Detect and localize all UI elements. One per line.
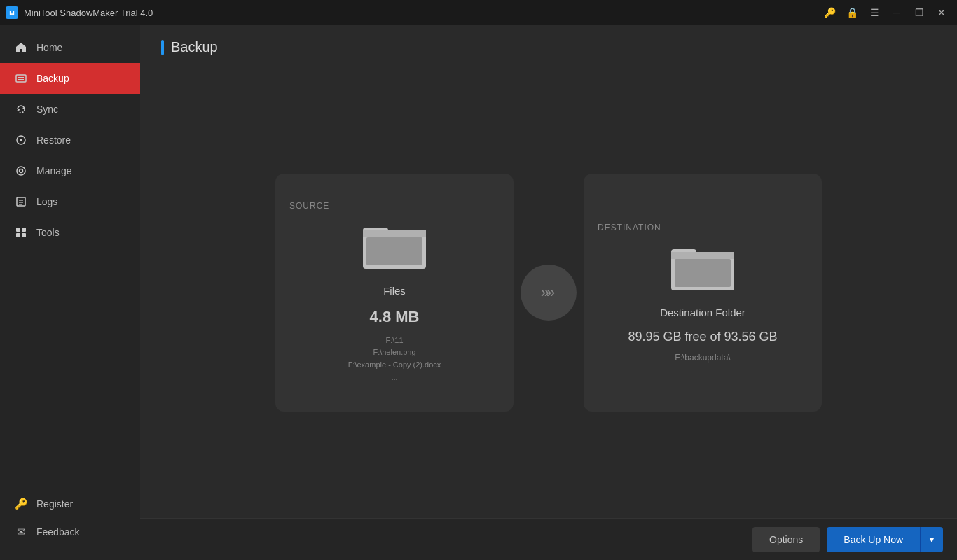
svg-rect-2 xyxy=(16,75,26,82)
svg-rect-3 xyxy=(18,77,24,78)
dropdown-arrow-icon: ▼ xyxy=(928,535,936,545)
app-title: MiniTool ShadowMaker Trial 4.0 xyxy=(24,8,153,18)
sidebar-item-restore[interactable]: Restore xyxy=(0,125,140,155)
home-label: Home xyxy=(36,42,62,53)
titlebar: M MiniTool ShadowMaker Trial 4.0 🔑 🔒 ☰ ─… xyxy=(0,0,957,25)
nav-items: Home Backup Sync Restore Manage Logs Too… xyxy=(0,32,140,248)
home-icon xyxy=(14,41,28,55)
dest-type: Destination Folder xyxy=(660,307,745,318)
source-type: Files xyxy=(383,285,406,297)
minimize-button[interactable]: ─ xyxy=(887,3,907,22)
arrow-icon: »» xyxy=(541,284,556,302)
dest-free: 89.95 GB free of 93.56 GB xyxy=(628,330,777,344)
sidebar-item-tools[interactable]: Tools xyxy=(0,217,140,248)
register-label: Register xyxy=(36,498,73,510)
feedback-icon: ✉ xyxy=(14,525,28,539)
sidebar-item-backup[interactable]: Backup xyxy=(0,63,140,94)
backup-now-button[interactable]: Back Up Now xyxy=(827,527,920,552)
titlebar-controls: 🔑 🔒 ☰ ─ ❐ ✕ xyxy=(820,3,951,22)
content-area: Backup SOURCE Files xyxy=(140,25,957,560)
svg-rect-13 xyxy=(16,227,20,232)
main-layout: Home Backup Sync Restore Manage Logs Too… xyxy=(0,25,957,560)
source-card[interactable]: SOURCE Files 4.8 MB F:\11F:\helen.pngF:\… xyxy=(275,174,514,412)
tools-icon xyxy=(14,225,28,239)
svg-point-8 xyxy=(20,169,23,173)
footer: Options Back Up Now ▼ xyxy=(140,518,957,560)
sidebar-item-register[interactable]: 🔑 Register xyxy=(0,490,140,518)
close-button[interactable]: ✕ xyxy=(932,3,951,22)
logs-icon xyxy=(14,195,28,209)
svg-point-6 xyxy=(20,139,22,141)
logs-label: Logs xyxy=(36,196,57,207)
backup-dropdown-button[interactable]: ▼ xyxy=(920,527,943,552)
page-title: Backup xyxy=(171,39,218,55)
restore-button[interactable]: ❐ xyxy=(909,3,929,22)
restore-label: Restore xyxy=(36,134,71,146)
feedback-label: Feedback xyxy=(36,526,79,538)
svg-rect-14 xyxy=(22,227,26,232)
options-button[interactable]: Options xyxy=(752,527,820,552)
source-files: F:\11F:\helen.pngF:\example - Copy (2).d… xyxy=(348,335,441,384)
sync-icon xyxy=(14,102,28,116)
dest-path: F:\backupdata\ xyxy=(675,353,730,363)
sidebar-item-logs[interactable]: Logs xyxy=(0,186,140,217)
manage-icon xyxy=(14,164,28,178)
sidebar-item-sync[interactable]: Sync xyxy=(0,94,140,125)
source-label: SOURCE xyxy=(289,201,329,211)
menu-icon[interactable]: ☰ xyxy=(865,3,884,22)
svg-text:M: M xyxy=(9,10,15,17)
svg-rect-23 xyxy=(671,252,734,259)
backup-label: Backup xyxy=(36,73,69,84)
page-header: Backup xyxy=(140,25,957,66)
restore-icon xyxy=(14,133,28,147)
svg-rect-4 xyxy=(18,79,24,80)
lock-icon[interactable]: 🔒 xyxy=(842,3,862,22)
sidebar-item-home[interactable]: Home xyxy=(0,32,140,63)
destination-card[interactable]: DESTINATION Destination Folder 89.95 GB … xyxy=(584,174,822,412)
dest-label: DESTINATION xyxy=(598,223,661,232)
backup-icon xyxy=(14,71,28,85)
dest-folder-icon xyxy=(671,244,734,295)
header-accent xyxy=(161,40,164,55)
tools-label: Tools xyxy=(36,227,60,238)
arrow-divider: »» xyxy=(521,265,577,321)
manage-label: Manage xyxy=(36,165,72,176)
sync-label: Sync xyxy=(36,104,58,115)
sidebar-item-manage[interactable]: Manage xyxy=(0,155,140,186)
sidebar: Home Backup Sync Restore Manage Logs Too… xyxy=(0,25,140,560)
svg-rect-16 xyxy=(22,233,26,237)
svg-rect-15 xyxy=(16,233,20,237)
register-icon: 🔑 xyxy=(14,497,28,511)
source-folder-icon xyxy=(363,222,426,274)
sidebar-item-feedback[interactable]: ✉ Feedback xyxy=(0,518,140,546)
svg-point-7 xyxy=(17,167,25,175)
svg-rect-19 xyxy=(363,230,426,237)
cards-area: SOURCE Files 4.8 MB F:\11F:\helen.pngF:\… xyxy=(140,66,957,518)
backup-button-group: Back Up Now ▼ xyxy=(827,527,943,552)
key-icon[interactable]: 🔑 xyxy=(820,3,839,22)
svg-rect-24 xyxy=(675,259,731,287)
sidebar-bottom: 🔑 Register ✉ Feedback xyxy=(0,490,140,560)
titlebar-left: M MiniTool ShadowMaker Trial 4.0 xyxy=(6,6,153,19)
source-size: 4.8 MB xyxy=(370,308,420,326)
app-logo: M xyxy=(6,6,18,19)
svg-rect-20 xyxy=(366,237,422,265)
